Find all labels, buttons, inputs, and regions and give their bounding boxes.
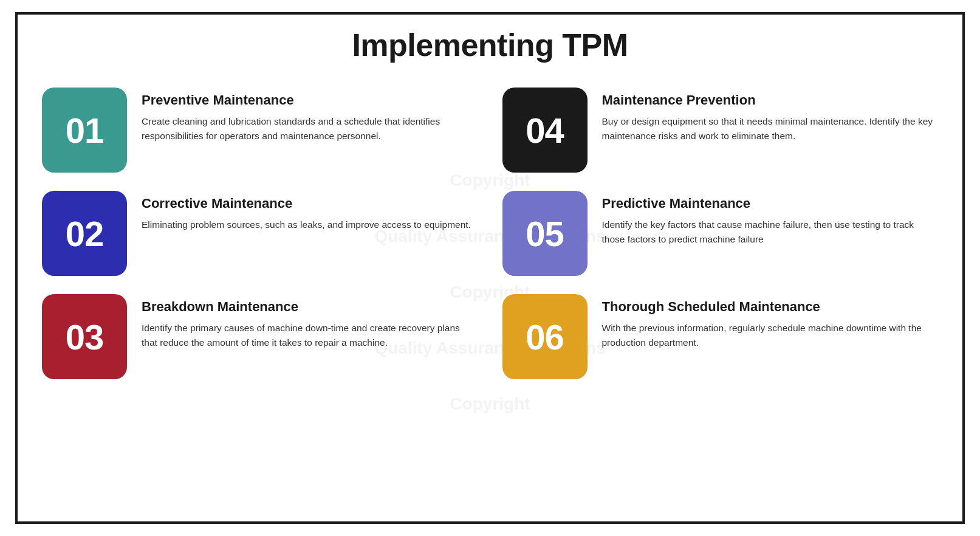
- maintenance-item-05: 05 Predictive Maintenance Identify the k…: [502, 185, 939, 282]
- item-title-01: Preventive Maintenance: [142, 92, 478, 108]
- item-desc-05: Identify the key factors that cause mach…: [602, 218, 939, 247]
- maintenance-item-03: 03 Breakdown Maintenance Identify the pr…: [42, 288, 478, 385]
- item-text-03: Breakdown Maintenance Identify the prima…: [142, 294, 478, 350]
- item-desc-02: Eliminating problem sources, such as lea…: [142, 218, 478, 232]
- item-text-01: Preventive Maintenance Create cleaning a…: [142, 88, 478, 143]
- item-text-02: Corrective Maintenance Eliminating probl…: [142, 191, 478, 232]
- page-title: Implementing TPM: [42, 27, 938, 63]
- number-box-03: 03: [42, 294, 127, 379]
- number-box-02: 02: [42, 191, 127, 276]
- number-box-01: 01: [42, 88, 127, 173]
- maintenance-item-04: 04 Maintenance Prevention Buy or design …: [502, 81, 939, 179]
- number-box-05: 05: [502, 191, 588, 276]
- content-grid: 01 Preventive Maintenance Create cleanin…: [42, 81, 938, 385]
- item-title-05: Predictive Maintenance: [602, 196, 939, 211]
- item-desc-04: Buy or design equipment so that it needs…: [602, 114, 939, 143]
- item-text-05: Predictive Maintenance Identify the key …: [602, 191, 939, 247]
- item-title-04: Maintenance Prevention: [602, 92, 939, 108]
- item-desc-06: With the previous information, regularly…: [602, 321, 939, 350]
- main-container: Copyright Quality Assurance Solutions Co…: [15, 12, 965, 524]
- maintenance-item-06: 06 Thorough Scheduled Maintenance With t…: [502, 288, 939, 385]
- item-text-06: Thorough Scheduled Maintenance With the …: [602, 294, 939, 350]
- item-title-03: Breakdown Maintenance: [142, 299, 478, 315]
- item-text-04: Maintenance Prevention Buy or design equ…: [602, 88, 939, 143]
- item-desc-03: Identify the primary causes of machine d…: [142, 321, 478, 350]
- item-desc-01: Create cleaning and lubrication standard…: [142, 114, 478, 143]
- item-title-06: Thorough Scheduled Maintenance: [602, 299, 939, 315]
- maintenance-item-02: 02 Corrective Maintenance Eliminating pr…: [42, 185, 478, 282]
- maintenance-item-01: 01 Preventive Maintenance Create cleanin…: [42, 81, 478, 179]
- item-title-02: Corrective Maintenance: [142, 196, 478, 211]
- number-box-06: 06: [502, 294, 588, 379]
- number-box-04: 04: [502, 88, 588, 173]
